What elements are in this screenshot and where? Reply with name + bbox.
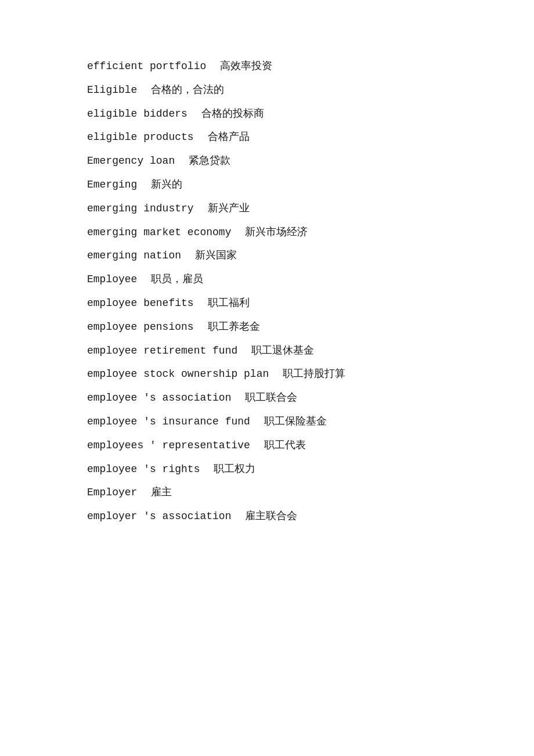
entry-definition: 雇主联合会 — [245, 508, 297, 525]
list-item: employee pensions职工养老金 — [87, 319, 488, 336]
entry-term: employer 's association — [87, 508, 231, 525]
entry-term: eligible bidders — [87, 106, 187, 123]
entry-definition: 合格产品 — [208, 129, 250, 146]
entry-definition: 职工联合会 — [245, 390, 297, 406]
entry-definition: 雇主 — [151, 484, 172, 501]
list-item: employer 's association雇主联合会 — [87, 508, 488, 525]
entry-term: eligible products — [87, 129, 194, 146]
entry-definition: 职工退休基金 — [251, 343, 314, 359]
entry-definition: 职员，雇员 — [151, 271, 203, 288]
entry-term: emerging market economy — [87, 224, 231, 241]
entry-definition: 合格的投标商 — [201, 106, 264, 123]
list-item: Employer雇主 — [87, 484, 488, 501]
list-item: Emergency loan紧急贷款 — [87, 153, 488, 170]
entry-definition: 职工权力 — [214, 461, 255, 478]
entry-term: employee benefits — [87, 295, 194, 312]
list-item: eligible bidders合格的投标商 — [87, 106, 488, 123]
list-item: employee benefits职工福利 — [87, 295, 488, 312]
entry-term: employee retirement fund — [87, 343, 237, 359]
entry-term: employee stock ownership plan — [87, 366, 269, 383]
entry-definition: 职工养老金 — [208, 319, 260, 336]
list-item: Employee职员，雇员 — [87, 271, 488, 288]
entry-term: Employer — [87, 484, 137, 501]
entry-definition: 高效率投资 — [220, 58, 272, 75]
entry-definition: 合格的，合法的 — [151, 82, 224, 99]
entry-term: Emergency loan — [87, 153, 175, 170]
list-item: Emerging新兴的 — [87, 177, 488, 193]
list-item: Eligible合格的，合法的 — [87, 82, 488, 99]
entry-term: Eligible — [87, 82, 137, 99]
entry-term: employees ' representative — [87, 437, 250, 454]
entry-term: employee 's insurance fund — [87, 413, 250, 430]
entry-term: Emerging — [87, 177, 137, 193]
entry-term: efficient portfolio — [87, 58, 206, 75]
entry-term: employee 's rights — [87, 461, 200, 478]
entry-definition: 职工持股打算 — [283, 366, 345, 383]
list-item: emerging industry新兴产业 — [87, 200, 488, 217]
entry-definition: 新兴产业 — [208, 200, 250, 217]
list-item: employee stock ownership plan职工持股打算 — [87, 366, 488, 383]
list-item: employee 's rights职工权力 — [87, 461, 488, 478]
list-item: efficient portfolio高效率投资 — [87, 58, 488, 75]
entry-term: employee 's association — [87, 390, 231, 406]
entry-definition: 新兴市场经济 — [245, 224, 308, 241]
list-item: employee 's association职工联合会 — [87, 390, 488, 406]
entry-term: emerging industry — [87, 200, 194, 217]
list-item: employee retirement fund职工退休基金 — [87, 343, 488, 359]
list-item: emerging market economy新兴市场经济 — [87, 224, 488, 241]
entry-definition: 职工代表 — [264, 437, 306, 454]
entry-definition: 职工保险基金 — [264, 413, 327, 430]
entry-term: emerging nation — [87, 247, 181, 264]
list-item: employees ' representative职工代表 — [87, 437, 488, 454]
entry-definition: 新兴国家 — [195, 247, 237, 264]
entry-term: Employee — [87, 271, 137, 288]
entry-definition: 紧急贷款 — [189, 153, 230, 170]
list-item: eligible products合格产品 — [87, 129, 488, 146]
list-item: employee 's insurance fund职工保险基金 — [87, 413, 488, 430]
list-item: emerging nation新兴国家 — [87, 247, 488, 264]
entry-term: employee pensions — [87, 319, 194, 336]
entry-definition: 新兴的 — [151, 177, 182, 193]
entry-definition: 职工福利 — [208, 295, 250, 312]
dictionary-container: efficient portfolio高效率投资Eligible合格的，合法的e… — [0, 58, 534, 525]
